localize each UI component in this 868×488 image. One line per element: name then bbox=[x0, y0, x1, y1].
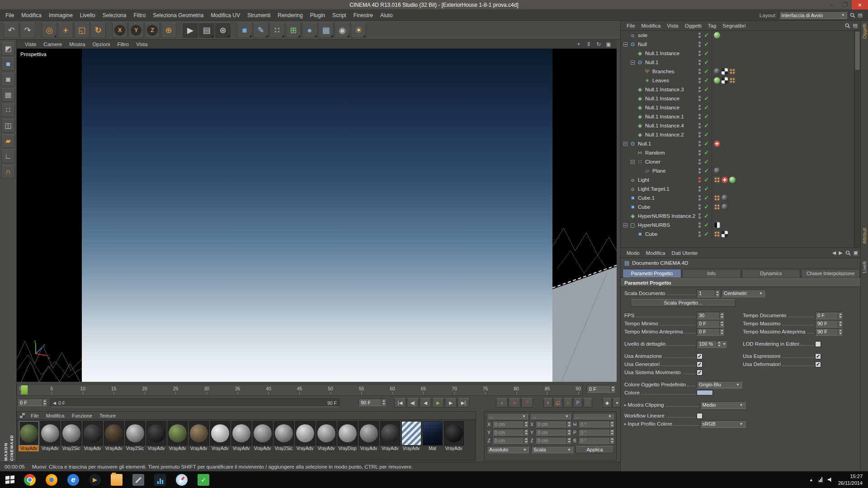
material-menu-funzione[interactable]: Funzione bbox=[68, 413, 96, 418]
enabled-check-icon[interactable]: ✓ bbox=[703, 41, 710, 47]
enabled-check-icon[interactable]: ✓ bbox=[703, 222, 710, 228]
object-row-null[interactable]: ⊙Null✓ bbox=[621, 40, 854, 49]
material-thumbnail[interactable] bbox=[125, 421, 145, 446]
scale-tool-button[interactable]: ◱ bbox=[74, 23, 90, 38]
object-name[interactable]: Cube bbox=[638, 204, 651, 210]
scale-y-input[interactable]: 0 cm bbox=[535, 429, 571, 436]
tag-sphg-icon[interactable] bbox=[714, 32, 720, 38]
object-row-cloner[interactable]: ∷Cloner✓ bbox=[621, 157, 854, 166]
map-app-icon[interactable] bbox=[175, 474, 188, 486]
object-tree-scrollbar[interactable] bbox=[854, 31, 860, 249]
material-thumbnail[interactable] bbox=[189, 421, 209, 446]
enabled-check-icon[interactable]: ✓ bbox=[703, 68, 710, 75]
spline-pen-button[interactable]: ✎ bbox=[253, 23, 269, 38]
material-thumbnail[interactable] bbox=[444, 421, 464, 446]
object-name[interactable]: HyperNURBS Instance.2 bbox=[638, 213, 695, 219]
enabled-check-icon[interactable]: ✓ bbox=[703, 77, 710, 84]
object-row-light[interactable]: ☼Light✓ bbox=[621, 175, 854, 184]
object-row-branches[interactable]: ΨBranches✓ bbox=[621, 67, 854, 76]
render-picture-viewer-button[interactable]: ▤ bbox=[199, 23, 214, 38]
enabled-check-icon[interactable]: ✓ bbox=[703, 59, 710, 66]
menu-livello[interactable]: Livello bbox=[76, 12, 99, 19]
visibility-dots[interactable] bbox=[698, 87, 702, 92]
record-rotation-toggle[interactable]: ○ bbox=[563, 398, 572, 408]
tag-sphd-icon[interactable] bbox=[722, 195, 728, 201]
make-editable-button[interactable]: ◩ bbox=[1, 42, 15, 56]
material-thumbnail[interactable] bbox=[338, 421, 358, 446]
usa-animazione-checkbox[interactable]: ✓ bbox=[697, 353, 703, 359]
visibility-dots[interactable] bbox=[698, 141, 702, 146]
maximize-button[interactable]: ❐ bbox=[838, 0, 852, 9]
object-menu-oggetti[interactable]: Oggetti bbox=[682, 23, 705, 28]
visibility-dots[interactable] bbox=[698, 150, 702, 155]
object-row-random[interactable]: ∺Random✓ bbox=[621, 148, 854, 157]
object-name[interactable]: Cube bbox=[645, 231, 658, 237]
dock-tab-livelli[interactable]: Livelli bbox=[862, 261, 867, 273]
material-thumbnail[interactable] bbox=[168, 421, 188, 446]
material-item-0[interactable]: VrayAdv bbox=[18, 421, 39, 451]
material-thumbnail[interactable] bbox=[423, 421, 443, 446]
tray-expand-icon[interactable]: ▲ bbox=[809, 478, 813, 482]
tempo-minimo-anteprima-input[interactable]: 0 F bbox=[697, 328, 724, 336]
prev-frame-button[interactable]: ◀ bbox=[420, 398, 431, 408]
material-thumbnail[interactable] bbox=[146, 421, 166, 446]
range-left-arrow-icon[interactable]: ◀ bbox=[53, 401, 56, 405]
om-filter-icon[interactable]: ▤ bbox=[853, 23, 858, 28]
material-item-8[interactable]: VrayAdv bbox=[188, 421, 209, 451]
material-menu-texture[interactable]: Texture bbox=[96, 413, 119, 418]
scrollbar-thumb[interactable] bbox=[855, 32, 859, 70]
scala-documento-unit-dropdown[interactable]: Centimetri▼ bbox=[722, 290, 765, 297]
enabled-check-icon[interactable]: ✓ bbox=[703, 86, 710, 93]
media-player-icon[interactable]: ▶ bbox=[89, 474, 101, 486]
live-selection-tool-button[interactable]: ◎ bbox=[42, 23, 57, 38]
material-item-19[interactable]: Mat bbox=[422, 421, 443, 451]
current-frame-input[interactable]: 0 F bbox=[587, 385, 615, 393]
visibility-dots[interactable] bbox=[698, 78, 702, 83]
lod-rendering-checkbox[interactable] bbox=[815, 341, 821, 347]
menu-plugin[interactable]: Plugin bbox=[307, 12, 329, 19]
object-row-light-target-1[interactable]: ☼Light.Target.1✓ bbox=[621, 184, 854, 193]
visibility-dots[interactable] bbox=[698, 231, 702, 237]
object-menu-segnalibri[interactable]: Segnalibri bbox=[719, 23, 749, 28]
material-item-12[interactable]: Vray2Sic bbox=[273, 421, 294, 451]
tag-tgt-icon[interactable] bbox=[722, 177, 728, 183]
network-icon[interactable] bbox=[819, 477, 822, 482]
position-x-input[interactable]: 0 cm bbox=[492, 421, 528, 427]
axis-mode-button[interactable]: ∟ bbox=[1, 150, 15, 163]
object-name[interactable]: Null.1 bbox=[645, 60, 658, 65]
object-row-hypernurbs[interactable]: ▢HyperNURBS✓ bbox=[621, 221, 854, 230]
material-item-15[interactable]: VrayDisp bbox=[337, 421, 358, 451]
material-thumbnail[interactable] bbox=[295, 421, 315, 446]
material-thumbnail[interactable] bbox=[359, 421, 379, 446]
apply-button[interactable]: Applica bbox=[576, 446, 614, 453]
object-name[interactable]: HyperNURBS bbox=[638, 222, 670, 228]
tag-ph-icon[interactable] bbox=[729, 77, 736, 84]
material-item-17[interactable]: VrayAdv bbox=[379, 421, 401, 451]
coord-mode-dropdown[interactable]: Assoluto▼ bbox=[487, 446, 529, 453]
notes-app-icon[interactable]: ✓ bbox=[197, 474, 210, 486]
range-start-input[interactable]: 0 F bbox=[18, 399, 47, 406]
move-tool-button[interactable]: + bbox=[58, 23, 73, 38]
nurbs-button[interactable]: ● bbox=[302, 23, 317, 38]
material-item-9[interactable]: VrayAdv bbox=[209, 421, 231, 451]
visibility-dots[interactable] bbox=[698, 132, 702, 137]
timeline-range-slider[interactable]: ◀ 0 F 90 F bbox=[50, 399, 340, 407]
position-z-input[interactable]: 0 cm bbox=[492, 437, 528, 444]
object-row-null-1-instance-2[interactable]: ◈Null.1 Instance.2✓ bbox=[621, 130, 854, 139]
usa-sistema-movimento-checkbox[interactable]: ✓ bbox=[697, 370, 703, 375]
object-name[interactable]: Null.1 Instance.3 bbox=[645, 87, 684, 92]
object-row-plane[interactable]: ▱Plane✓ bbox=[621, 166, 854, 175]
material-thumbnail[interactable] bbox=[316, 421, 336, 446]
viewport-menu-mostra[interactable]: Mostra bbox=[66, 42, 89, 47]
enabled-check-icon[interactable]: ✓ bbox=[703, 231, 710, 237]
material-item-3[interactable]: VrayAdv bbox=[82, 421, 103, 451]
object-name[interactable]: sole bbox=[638, 33, 647, 38]
expand-toggle-icon[interactable] bbox=[623, 42, 627, 47]
snap-button[interactable]: ∩ bbox=[1, 165, 15, 178]
object-name[interactable]: Null.1 Instance.1 bbox=[645, 114, 684, 119]
start-button[interactable] bbox=[5, 475, 14, 484]
scale-x-input[interactable]: 0 cm bbox=[535, 421, 571, 427]
visibility-dots[interactable] bbox=[698, 123, 702, 128]
search-icon[interactable] bbox=[850, 13, 855, 18]
workflow-lineare-checkbox[interactable] bbox=[697, 413, 703, 419]
